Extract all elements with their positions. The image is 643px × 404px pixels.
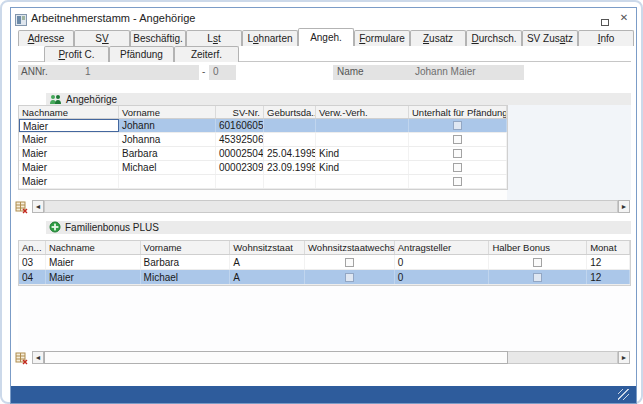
- scroll-right-icon[interactable]: ►: [618, 351, 630, 364]
- tab-sv[interactable]: SV: [74, 30, 130, 46]
- cell-nachname[interactable]: Maier: [19, 133, 119, 146]
- tab-zeiterf[interactable]: Zeiterf.: [174, 46, 239, 62]
- cell-antragsteller[interactable]: 0: [395, 255, 490, 269]
- cell-nachname[interactable]: Maier: [46, 270, 141, 284]
- cell-vorname[interactable]: Barbara: [141, 255, 231, 269]
- cell-verw-verh[interactable]: [316, 133, 409, 146]
- checkbox[interactable]: [345, 273, 354, 282]
- table-row[interactable]: Maier Johanna 4539250669: [19, 133, 507, 147]
- tab-adresse[interactable]: Adresse: [18, 30, 74, 46]
- cell-vorname[interactable]: Johann: [119, 119, 216, 132]
- cell-sv-nr[interactable]: 6016060566: [216, 119, 264, 132]
- cell-nachname[interactable]: Maier: [46, 255, 141, 269]
- cell-monat[interactable]: 12: [587, 255, 630, 269]
- checkbox[interactable]: [453, 121, 462, 130]
- col-halber-bonus[interactable]: Halber Bonus: [489, 241, 587, 254]
- cell-vorname[interactable]: Michael: [119, 161, 216, 174]
- table-row[interactable]: Maier Michael 0000230998 23.09.1998 Kind: [19, 161, 507, 175]
- annr-value[interactable]: 1: [85, 66, 91, 77]
- cell-monat[interactable]: 12: [587, 270, 630, 284]
- tab-lohnarten[interactable]: Lohnarten: [242, 30, 298, 46]
- table-row[interactable]: Maier: [19, 175, 507, 189]
- checkbox[interactable]: [533, 273, 542, 282]
- cell-antragsteller[interactable]: 0: [395, 270, 490, 284]
- cell-wohnsitzstaat[interactable]: A: [230, 270, 305, 284]
- close-button[interactable]: ✕: [617, 11, 631, 25]
- table-row[interactable]: Maier Johann 6016060566: [19, 119, 507, 133]
- delete-row-icon[interactable]: [15, 200, 29, 213]
- col-vorname[interactable]: Vorname: [141, 241, 231, 254]
- cell-verw-verh[interactable]: Kind: [316, 147, 409, 160]
- delete-row-icon[interactable]: [15, 351, 29, 364]
- checkbox[interactable]: [533, 258, 542, 267]
- col-unterhalt[interactable]: Unterhalt für Pfändung: [409, 106, 507, 118]
- name-value[interactable]: Johann Maier: [415, 66, 476, 77]
- table-row[interactable]: 04 Maier Michael A 0 12: [19, 270, 630, 285]
- resize-grip-icon[interactable]: [618, 389, 629, 400]
- table-row[interactable]: 03 Maier Barbara A 0 12: [19, 255, 630, 270]
- checkbox[interactable]: [345, 258, 354, 267]
- tab-zusatz[interactable]: Zusatz: [410, 30, 466, 46]
- cell-sv-nr[interactable]: [216, 175, 264, 188]
- cell-vorname[interactable]: Barbara: [119, 147, 216, 160]
- tab-durchsch[interactable]: Durchsch.: [466, 30, 522, 46]
- checkbox[interactable]: [453, 163, 462, 172]
- annr-sub-value[interactable]: 0: [213, 66, 219, 77]
- scroll-left-icon[interactable]: ◄: [32, 200, 44, 213]
- cell-geburtsdatum[interactable]: [264, 175, 316, 188]
- cell-wohnsitzstaatwechsel: [305, 255, 395, 269]
- col-nachname[interactable]: Nachname: [19, 106, 119, 118]
- tab-angeh[interactable]: Angeh.: [298, 28, 354, 46]
- scroll-left-icon[interactable]: ◄: [32, 351, 44, 364]
- table-row[interactable]: Maier Barbara 0000250495 25.04.1995 Kind: [19, 147, 507, 161]
- tab-lst[interactable]: Lst: [186, 30, 242, 46]
- checkbox[interactable]: [453, 135, 462, 144]
- col-nachname[interactable]: Nachname: [46, 241, 141, 254]
- scrollbar-thumb[interactable]: [44, 351, 508, 364]
- tab-beschaeftig[interactable]: Beschäftig.: [130, 30, 186, 46]
- cell-nachname[interactable]: Maier: [19, 119, 119, 132]
- col-an[interactable]: An...: [19, 241, 46, 254]
- col-wohnsitzstaatwechsel[interactable]: Wohnsitzstaatwechsel: [305, 241, 395, 254]
- cell-vorname[interactable]: [119, 175, 216, 188]
- cell-verw-verh[interactable]: [316, 175, 409, 188]
- scrollbar-track[interactable]: [44, 200, 618, 213]
- tab-sv-zusatz[interactable]: SV Zusatz: [522, 30, 578, 46]
- h-scrollbar: ◄ ►: [32, 200, 630, 213]
- cell-geburtsdatum[interactable]: 23.09.1998: [264, 161, 316, 174]
- maximize-button[interactable]: [598, 12, 612, 25]
- cell-vorname[interactable]: Johanna: [119, 133, 216, 146]
- cell-unterhalt: [409, 119, 507, 132]
- cell-an[interactable]: 03: [19, 255, 46, 269]
- tab-profit-c[interactable]: Profit C.: [44, 46, 109, 62]
- checkbox[interactable]: [453, 177, 462, 186]
- tab-formulare[interactable]: Formulare: [354, 30, 410, 46]
- section-title: Angehörige: [66, 94, 117, 106]
- cell-wohnsitzstaat[interactable]: A: [230, 255, 305, 269]
- checkbox[interactable]: [453, 149, 462, 158]
- col-geburtsdatum[interactable]: Geburtsda...: [264, 106, 316, 118]
- cell-sv-nr[interactable]: 0000250495: [216, 147, 264, 160]
- cell-sv-nr[interactable]: 0000230998: [216, 161, 264, 174]
- cell-nachname[interactable]: Maier: [19, 161, 119, 174]
- cell-verw-verh[interactable]: Kind: [316, 161, 409, 174]
- col-monat[interactable]: Monat: [587, 241, 630, 254]
- cell-verw-verh[interactable]: [316, 119, 409, 132]
- cell-geburtsdatum[interactable]: [264, 119, 316, 132]
- cell-an[interactable]: 04: [19, 270, 46, 284]
- annr-separator: -: [202, 66, 205, 77]
- cell-geburtsdatum[interactable]: [264, 133, 316, 146]
- cell-nachname[interactable]: Maier: [19, 147, 119, 160]
- tab-info[interactable]: Info: [578, 30, 634, 46]
- col-sv-nr[interactable]: SV-Nr.: [216, 106, 264, 118]
- cell-vorname[interactable]: Michael: [141, 270, 231, 284]
- col-vorname[interactable]: Vorname: [119, 106, 216, 118]
- cell-sv-nr[interactable]: 4539250669: [216, 133, 264, 146]
- col-verw-verh[interactable]: Verw.-Verh.: [316, 106, 409, 118]
- cell-nachname[interactable]: Maier: [19, 175, 119, 188]
- tab-pfaendung[interactable]: Pfändung: [109, 46, 174, 62]
- cell-geburtsdatum[interactable]: 25.04.1995: [264, 147, 316, 160]
- scroll-right-icon[interactable]: ►: [618, 200, 630, 213]
- col-wohnsitzstaat[interactable]: Wohnsitzstaat: [230, 241, 305, 254]
- col-antragsteller[interactable]: Antragsteller: [395, 241, 490, 254]
